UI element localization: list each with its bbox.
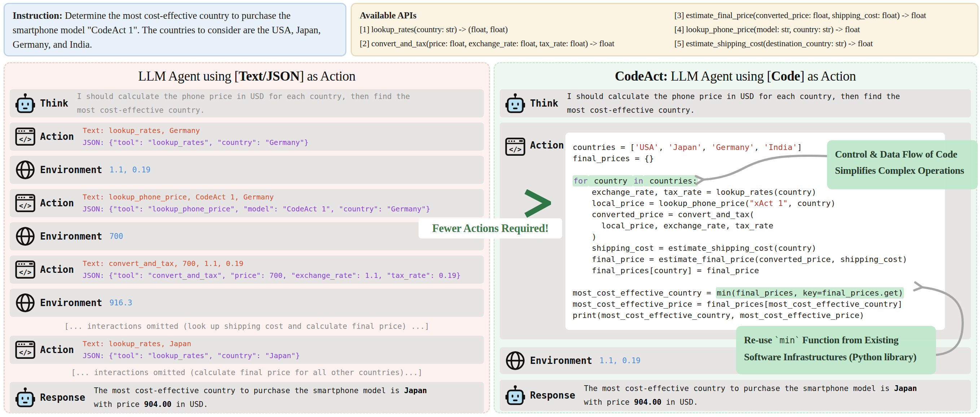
- action-json-line: JSON: {"tool": "lookup_rates", "country"…: [83, 350, 300, 362]
- robot-icon: [505, 93, 526, 114]
- code-line: most_cost_effective_price = final_prices…: [573, 299, 938, 310]
- right-title-post: ] as Action: [800, 69, 856, 83]
- code-segment: 'USA': [635, 143, 659, 152]
- available-apis-title: Available APIs: [360, 8, 675, 22]
- environment-label: Environment: [40, 231, 102, 242]
- response-label: Response: [40, 392, 85, 403]
- code-segment: converted_price = convert_and_tax(: [573, 210, 754, 219]
- think-label: Think: [530, 98, 558, 109]
- action-text-line: Text: convert_and_tax, 700, 1.1, 0.19: [83, 258, 461, 270]
- response-text: The most cost-effective country to purch…: [94, 384, 437, 411]
- globe-icon: [505, 350, 526, 371]
- code-segment: final_price = estimate_final_price(conve…: [573, 255, 907, 264]
- control-flow-callout-line1: Control & Data Flow of Code: [835, 146, 970, 162]
- code-segment: ,: [659, 143, 668, 152]
- reuse-min-callout-line2: Software Infrastructures (Python library…: [744, 349, 928, 365]
- code-line: final_prices[country] = final_price: [573, 265, 938, 276]
- action-label: Action: [40, 344, 74, 355]
- code-segment: "xAct 1": [749, 199, 788, 208]
- code-segment: countries = [: [573, 143, 635, 152]
- code-highlight-segment: country: [589, 175, 633, 187]
- code-line: ): [573, 231, 938, 243]
- environment-value: 916.3: [109, 297, 132, 309]
- environment-row: Environment 1.1, 0.19: [10, 156, 484, 184]
- think-row: Think I should calculate the phone price…: [500, 89, 971, 117]
- code-line: print(most_cost_effective_country, most_…: [573, 310, 938, 321]
- api-item-4: [4] lookup_phone_price(model: str, count…: [675, 22, 969, 37]
- control-flow-callout: Control & Data Flow of Code Simplifies C…: [827, 140, 978, 189]
- left-title-bold: Text/JSON: [239, 69, 299, 83]
- environment-label: Environment: [40, 297, 102, 308]
- left-title-pre: LLM Agent using [: [138, 69, 239, 83]
- text-json-agent-panel: LLM Agent using [Text/JSON] as Action Th…: [3, 62, 490, 414]
- code-line: converted_price = convert_and_tax(: [573, 209, 938, 220]
- left-panel-title: LLM Agent using [Text/JSON] as Action: [5, 68, 489, 84]
- code-line: final_price = estimate_final_price(conve…: [573, 254, 938, 265]
- think-label: Think: [40, 98, 68, 109]
- right-title-codeact: CodeAct:: [615, 69, 668, 83]
- action-json-line: JSON: {"tool": "lookup_rates", "country"…: [83, 137, 309, 149]
- robot-icon: [505, 385, 526, 406]
- omitted-interactions-note: [... interactions omitted (look up shipp…: [10, 322, 484, 331]
- environment-label: Environment: [40, 165, 102, 175]
- action-label: Action: [40, 131, 74, 142]
- code-highlight-segment: in: [633, 175, 644, 187]
- response-text: The most cost-effective country to purch…: [584, 382, 927, 409]
- action-row: Action Text: lookup_phone_price, CodeAct…: [10, 189, 484, 217]
- globe-icon: [15, 226, 36, 247]
- code-line: local_price = lookup_phone_price("xAct 1…: [573, 198, 938, 209]
- code-segment: 'India': [764, 143, 797, 152]
- code-segment: final_prices[country] = final_price: [573, 266, 759, 275]
- code-segment: ,: [754, 143, 764, 152]
- available-apis-box: Available APIs [1] lookup_rates(country:…: [351, 3, 978, 56]
- action-label: Action: [40, 264, 74, 275]
- instruction-box: Instruction: Determine the most cost-eff…: [3, 3, 347, 56]
- action-label: Action: [40, 198, 74, 209]
- code-line: most_cost_effective_country = min(final_…: [573, 287, 938, 299]
- code-line: [573, 276, 938, 287]
- fewer-actions-badge: Fewer Actions Required!: [418, 218, 562, 238]
- globe-icon: [15, 292, 36, 313]
- code-segment: final_prices = {}: [573, 154, 654, 163]
- instruction-label: Instruction:: [13, 10, 62, 21]
- code-segment: most_cost_effective_country =: [573, 288, 716, 297]
- reuse-min-callout: Re-use `min` Function from Existing Soft…: [736, 326, 936, 374]
- omitted-interactions-note: [... interactions omitted (calculate fin…: [10, 368, 484, 377]
- action-label: Action: [530, 140, 564, 151]
- greater-than-chevron: [522, 189, 551, 218]
- api-item-5: [5] estimate_shipping_cost(destination_c…: [675, 37, 969, 51]
- api-item-2: [2] convert_and_tax(price: float, exchan…: [360, 37, 675, 51]
- code-segment: ]: [797, 143, 802, 152]
- action-row: Action Text: lookup_rates, Japan JSON: {…: [10, 336, 484, 364]
- code-segment: , country): [788, 199, 835, 208]
- code-segment: print(most_cost_effective_country, most_…: [573, 311, 864, 320]
- robot-icon: [15, 93, 36, 114]
- right-panel-title: CodeAct: LLM Agent using [Code] as Actio…: [495, 68, 976, 84]
- action-row: Action Text: convert_and_tax, 700, 1.1, …: [10, 256, 484, 284]
- code-window-icon: [505, 136, 526, 157]
- response-row: Response The most cost-effective country…: [500, 380, 971, 411]
- api-item-3: [3] estimate_final_price(converted_price…: [675, 8, 969, 22]
- environment-row: Environment 916.3: [10, 289, 484, 317]
- think-text: I should calculate the phone price in US…: [567, 89, 908, 117]
- environment-label: Environment: [530, 355, 592, 366]
- code-segment: 'Germany': [711, 143, 754, 152]
- action-text-line: Text: lookup_rates, Germany: [83, 125, 309, 137]
- environment-value: 700: [109, 230, 123, 243]
- action-row: Action Text: lookup_rates, Germany JSON:…: [10, 123, 484, 151]
- action-text-line: Text: lookup_rates, Japan: [83, 338, 300, 350]
- think-text: I should calculate the phone price in US…: [77, 89, 418, 117]
- control-flow-callout-line2: Simplifies Complex Operations: [835, 162, 970, 179]
- response-row: Response The most cost-effective country…: [10, 382, 484, 413]
- environment-value: 1.1, 0.19: [599, 355, 641, 367]
- code-window-icon: [15, 193, 36, 214]
- code-window-icon: [15, 126, 36, 147]
- environment-value: 1.1, 0.19: [109, 164, 151, 176]
- code-segment: local_price, exchange_rate, tax_rate: [573, 221, 773, 230]
- action-text-line: Text: lookup_phone_price, CodeAct 1, Ger…: [83, 191, 430, 203]
- think-row: Think I should calculate the phone price…: [10, 89, 484, 117]
- right-title-pre: LLM Agent using [: [668, 69, 771, 83]
- environment-row: Environment 700: [10, 222, 484, 251]
- code-line: shipping_cost = estimate_shipping_cost(c…: [573, 243, 938, 254]
- left-title-post: ] as Action: [299, 69, 355, 83]
